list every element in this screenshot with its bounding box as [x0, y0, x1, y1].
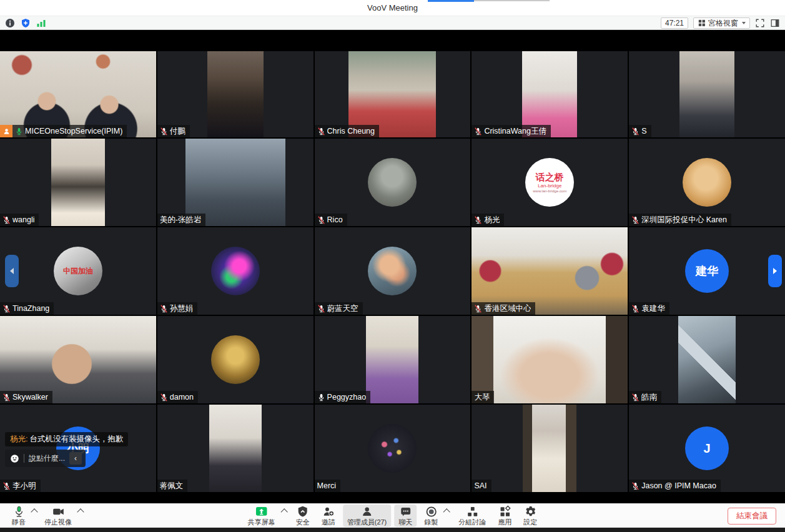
toolbar-button-apps[interactable]: 應用 [493, 505, 516, 527]
chevron-up-icon[interactable] [31, 508, 37, 515]
participant-name: 皓南 [641, 392, 657, 402]
toolbar-button-members[interactable]: 管理成員(27) [343, 505, 392, 527]
participant-tile[interactable]: 孙慧娟 [157, 227, 314, 315]
chat-message: 杨光:台式机没有装摄像头，抱歉 [5, 432, 128, 446]
participant-name-label: Chris Cheung [315, 125, 379, 137]
participant-tile[interactable]: Chris Cheung [315, 51, 471, 137]
participant-name-label: SAI [471, 480, 491, 492]
mic-muted-icon [2, 393, 11, 401]
participant-avatar [368, 247, 417, 295]
breakout-icon [466, 505, 479, 518]
mic-muted-icon [631, 216, 639, 224]
participant-video [523, 405, 576, 492]
toolbar-button-mic[interactable]: 靜音 [7, 505, 30, 527]
fullscreen-icon[interactable] [755, 18, 765, 28]
participant-avatar [211, 247, 260, 295]
participant-tile[interactable]: 皓南 [629, 316, 785, 403]
toolbar-button-gear[interactable]: 設定 [519, 505, 541, 527]
chevron-up-icon[interactable] [77, 508, 84, 515]
toolbar-button-invite[interactable]: 邀請 [317, 505, 340, 527]
meeting-toolbar: 靜音停止視像 共享屏幕安全邀請管理成員(27)聊天錄製分組討論應用設定 結束會議 [0, 503, 785, 528]
participant-tile[interactable]: 美的-张皓岩 [157, 139, 314, 226]
participant-tile[interactable]: 付鵬 [157, 51, 314, 137]
participant-tile[interactable]: 建华袁建华 [629, 227, 785, 315]
participant-name-label: 孙慧娟 [157, 302, 198, 315]
participant-tile[interactable]: 小明杨光:台式机没有装摄像头，抱歉說點什麼...‹李小明 [0, 405, 156, 492]
participant-tile[interactable]: 大琴 [471, 316, 628, 403]
mic-muted-icon [2, 305, 11, 313]
participant-name-label: 美的-张皓岩 [157, 214, 206, 226]
chevron-up-icon[interactable] [280, 508, 287, 515]
participant-name-label: TinaZhang [0, 302, 54, 315]
participant-tile[interactable]: damon [157, 316, 314, 403]
participant-tile[interactable]: wangli [0, 139, 156, 226]
participant-name-label: Rico [315, 214, 347, 226]
collapse-chat-button[interactable]: ‹ [69, 452, 82, 465]
mic-muted-icon [160, 393, 168, 401]
participant-name: 付鵬 [170, 126, 185, 136]
participant-tile[interactable]: Rico [315, 139, 471, 226]
participant-tile[interactable]: JJason @ IPIM Macao [629, 405, 785, 492]
avatar-text: J [704, 441, 711, 456]
participant-tile[interactable]: 中国加油TinaZhang [0, 227, 156, 315]
view-mode-button[interactable]: 宮格視窗 [693, 17, 750, 29]
participant-name-label: MICEOneStopService(IPIM) [0, 125, 127, 137]
chevron-right-icon [773, 268, 777, 274]
toolbar-label: 共享屏幕 [248, 518, 275, 526]
toolbar-button-breakout[interactable]: 分組討論 [454, 505, 490, 527]
toolbar-button-share[interactable]: 共享屏幕 [244, 505, 280, 527]
end-meeting-button[interactable]: 結束會議 [728, 508, 776, 525]
participant-tile[interactable]: Merci [315, 405, 471, 492]
toolbar-button-camera[interactable]: 停止視像 [40, 505, 76, 527]
network-signal-icon[interactable] [36, 19, 46, 27]
participant-name: 杨光 [484, 215, 500, 225]
mic-muted-icon [160, 305, 168, 313]
participant-tile[interactable]: Peggyzhao [315, 316, 471, 403]
participant-video [209, 405, 262, 492]
chat-quick-reply-bar[interactable]: 說點什麼...‹ [5, 450, 86, 467]
voov-meeting-window: VooV Meeting 47:21 [0, 0, 785, 532]
meeting-info-icon[interactable] [5, 18, 15, 28]
participant-tile[interactable]: MICEOneStopService(IPIM) [0, 51, 156, 137]
mic-muted-icon [160, 127, 168, 135]
side-panel-icon[interactable] [770, 18, 780, 28]
avatar-text: 建华 [696, 264, 718, 278]
participant-tile[interactable]: Skywalker [0, 316, 156, 403]
avatar-subtext: Lan-bridge [538, 184, 561, 189]
participant-tile[interactable]: 蒋佩文 [157, 405, 314, 492]
security-shield-icon[interactable] [21, 18, 31, 28]
participant-name: damon [170, 392, 194, 402]
grid-view-icon [698, 19, 706, 27]
participant-tile[interactable]: 蔚蓝天空 [315, 227, 471, 315]
participant-tile[interactable]: SAI [471, 405, 628, 492]
toolbar-button-shield[interactable]: 安全 [292, 505, 314, 527]
avatar-text: 中国加油 [63, 266, 93, 277]
invite-icon [322, 505, 335, 518]
participant-video [471, 316, 628, 403]
participant-tile[interactable]: 香港区域中心 [471, 227, 628, 315]
emoji-icon[interactable] [10, 454, 19, 463]
participant-tile[interactable]: 话之桥Lan-bridgewww.lan-bridge.com杨光 [471, 139, 628, 226]
next-page-button[interactable] [768, 255, 782, 287]
participant-tile[interactable]: CristinaWang王倩 [471, 51, 628, 137]
participant-tile[interactable]: S [629, 51, 785, 137]
participant-name: 李小明 [12, 481, 36, 491]
share-icon [255, 505, 268, 518]
participant-name: Rico [327, 215, 343, 225]
toolbar-button-record[interactable]: 錄製 [420, 505, 442, 527]
toolbar-button-chat[interactable]: 聊天 [394, 505, 417, 527]
mic-icon [12, 505, 26, 518]
previous-page-button[interactable] [5, 255, 19, 287]
participant-name: 大琴 [474, 392, 490, 402]
participant-name-label: CristinaWang王倩 [471, 125, 551, 137]
participant-name: MICEOneStopService(IPIM) [25, 126, 122, 136]
chevron-up-icon[interactable] [443, 508, 450, 515]
mic-muted-icon [317, 305, 325, 313]
participant-name: S [641, 126, 646, 136]
participant-name-label: 杨光 [471, 214, 504, 226]
record-icon [425, 505, 438, 518]
mic-icon [15, 127, 23, 135]
participant-tile[interactable]: 深圳国际投促中心 Karen [629, 139, 785, 226]
chat-input-placeholder[interactable]: 說點什麼... [29, 453, 65, 464]
participant-avatar: 话之桥Lan-bridgewww.lan-bridge.com [525, 158, 574, 207]
